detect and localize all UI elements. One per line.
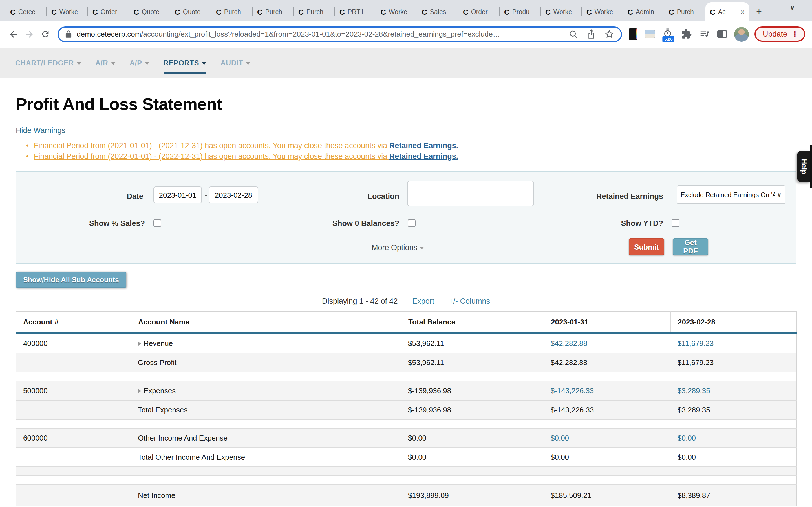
show-sales-label: Show % Sales? bbox=[16, 219, 145, 228]
balance-link[interactable]: $11,679.23 bbox=[677, 339, 714, 348]
table-row: Total Expenses$-139,936.98$-143,226.33$3… bbox=[16, 400, 797, 419]
back-button[interactable] bbox=[6, 26, 21, 42]
get-pdf-button[interactable]: Get PDF bbox=[673, 238, 708, 255]
account-name: Total Other Income And Expense bbox=[138, 453, 245, 461]
share-icon[interactable] bbox=[587, 29, 596, 39]
more-options-link[interactable]: More Options bbox=[371, 243, 424, 252]
month-balance-cell: $0.00 bbox=[544, 448, 671, 467]
balance-link[interactable]: $0.00 bbox=[551, 434, 569, 442]
account-name-cell: Total Expenses bbox=[131, 400, 401, 419]
location-input[interactable] bbox=[407, 181, 534, 206]
nav-item-label: REPORTS bbox=[163, 59, 199, 67]
browser-tab[interactable]: COrder bbox=[88, 2, 129, 21]
expand-triangle-icon[interactable] bbox=[138, 389, 141, 393]
retained-earnings-select[interactable]: Exclude Retained Earnings On 'A ∨ bbox=[677, 185, 785, 204]
balance-link[interactable]: $42,282.88 bbox=[551, 339, 587, 348]
account-number-cell bbox=[16, 485, 131, 506]
nav-item-reports[interactable]: REPORTS bbox=[163, 48, 206, 78]
browser-tab[interactable]: CQuote bbox=[129, 2, 170, 21]
cetec-favicon-icon: C bbox=[51, 8, 57, 15]
browser-tab[interactable]: CSales bbox=[417, 2, 458, 21]
browser-tab[interactable]: CPurch bbox=[211, 2, 253, 21]
profile-avatar[interactable] bbox=[734, 27, 749, 41]
cetec-favicon-icon: C bbox=[545, 8, 551, 15]
browser-tab[interactable]: CWorkc bbox=[47, 2, 88, 21]
browser-tab[interactable]: CPurch bbox=[294, 2, 335, 21]
warning-text-link[interactable]: Financial Period from (2021-01-01) - (20… bbox=[34, 142, 389, 150]
caret-down-icon bbox=[419, 247, 424, 249]
cetec-favicon-icon: C bbox=[627, 8, 633, 15]
expand-triangle-icon[interactable] bbox=[138, 341, 141, 346]
browser-tab[interactable]: CPRT1 bbox=[335, 2, 376, 21]
balance-link[interactable]: $0.00 bbox=[677, 434, 696, 442]
spacer-cell bbox=[16, 467, 797, 476]
zoom-icon[interactable] bbox=[569, 30, 578, 39]
timer-extension-icon[interactable]: 5.26 bbox=[663, 28, 674, 40]
browser-tab[interactable]: CQuote bbox=[170, 2, 211, 21]
month-balance-cell: $0.00 bbox=[544, 429, 671, 448]
balance-link[interactable]: $-143,226.33 bbox=[551, 386, 594, 395]
side-panel-icon[interactable] bbox=[718, 30, 727, 38]
warning-text-link[interactable]: Financial Period from (2022-01-01) - (20… bbox=[34, 152, 389, 161]
account-number-cell: 400000 bbox=[16, 333, 131, 353]
tab-label: Purch bbox=[224, 8, 248, 15]
browser-tab[interactable]: COrder bbox=[458, 2, 500, 21]
browser-menu-dots-icon[interactable]: ⋮ bbox=[791, 30, 799, 38]
reload-button[interactable] bbox=[37, 26, 53, 42]
total-balance-cell: $-139,936.98 bbox=[401, 381, 544, 400]
new-tab-button[interactable]: + bbox=[752, 4, 766, 19]
spacer-cell bbox=[16, 419, 797, 429]
export-link[interactable]: Export bbox=[412, 297, 434, 305]
show-hide-subaccounts-button[interactable]: Show/Hide All Sub Accounts bbox=[16, 272, 126, 288]
forward-button[interactable] bbox=[21, 26, 37, 42]
balance-link[interactable]: $3,289.35 bbox=[677, 386, 710, 395]
bookmark-star-icon[interactable] bbox=[605, 29, 614, 39]
month-balance-cell: $0.00 bbox=[671, 448, 797, 467]
browser-tab[interactable]: CCetec bbox=[6, 2, 47, 21]
caret-down-icon bbox=[202, 62, 206, 64]
browser-tab[interactable]: CAdmin bbox=[623, 2, 664, 21]
show-ytd-checkbox[interactable] bbox=[672, 219, 679, 227]
nav-item-a-r[interactable]: A/R bbox=[95, 48, 115, 78]
lock-icon[interactable] bbox=[65, 31, 71, 38]
browser-tab[interactable]: CPurch bbox=[253, 2, 294, 21]
browser-tab[interactable]: CWorkc bbox=[376, 2, 417, 21]
browser-tab[interactable]: CPurch bbox=[664, 2, 705, 21]
date-from-input[interactable] bbox=[153, 186, 202, 203]
help-tab[interactable]: Help bbox=[797, 151, 810, 182]
retained-earnings-link[interactable]: Retained Earnings. bbox=[389, 152, 458, 161]
url-bar[interactable]: demo.cetecerp.com/accounting/ext_profit_… bbox=[57, 26, 622, 42]
browser-tab[interactable]: CProdu bbox=[500, 2, 541, 21]
columns-link[interactable]: +/- Columns bbox=[449, 297, 490, 305]
show-zero-checkbox[interactable] bbox=[408, 219, 416, 227]
hide-warnings-link[interactable]: Hide Warnings bbox=[16, 126, 65, 135]
submit-button[interactable]: Submit bbox=[629, 238, 664, 255]
account-name: Other Income And Expense bbox=[138, 434, 227, 442]
month-balance-cell: $185,509.21 bbox=[544, 485, 671, 506]
retained-earnings-link[interactable]: Retained Earnings. bbox=[389, 142, 458, 150]
extensions-puzzle-icon[interactable] bbox=[681, 29, 692, 40]
timer-badge: 5.26 bbox=[663, 36, 674, 42]
update-button[interactable]: Update ⋮ bbox=[755, 26, 805, 42]
account-name-cell: Other Income And Expense bbox=[131, 429, 401, 448]
browser-tab-active[interactable]: CAc✕ bbox=[705, 2, 749, 21]
spacer-cell bbox=[16, 476, 797, 485]
nav-item-label: AUDIT bbox=[220, 59, 243, 67]
account-name: Gross Profit bbox=[138, 358, 176, 367]
browser-tab[interactable]: CWorkc bbox=[582, 2, 623, 21]
total-balance-cell: $53,962.11 bbox=[401, 353, 544, 372]
screenshot-extension-icon[interactable] bbox=[645, 30, 656, 38]
tab-search-chevron-icon[interactable]: ∨ bbox=[790, 2, 804, 12]
date-to-input[interactable] bbox=[209, 186, 258, 203]
dark-document-extension-icon[interactable] bbox=[629, 28, 638, 40]
cetec-favicon-icon: C bbox=[340, 8, 345, 15]
show-sales-checkbox[interactable] bbox=[153, 219, 161, 227]
nav-item-chart-ledger[interactable]: CHART/LEDGER bbox=[15, 48, 81, 78]
music-queue-icon[interactable] bbox=[700, 29, 710, 40]
tab-close-icon[interactable]: ✕ bbox=[739, 9, 745, 15]
account-name-cell: Total Other Income And Expense bbox=[131, 448, 401, 467]
nav-item-a-p[interactable]: A/P bbox=[130, 48, 149, 78]
column-header: Account # bbox=[16, 311, 131, 333]
nav-item-audit[interactable]: AUDIT bbox=[220, 48, 250, 78]
browser-tab[interactable]: CWorkc bbox=[541, 2, 582, 21]
